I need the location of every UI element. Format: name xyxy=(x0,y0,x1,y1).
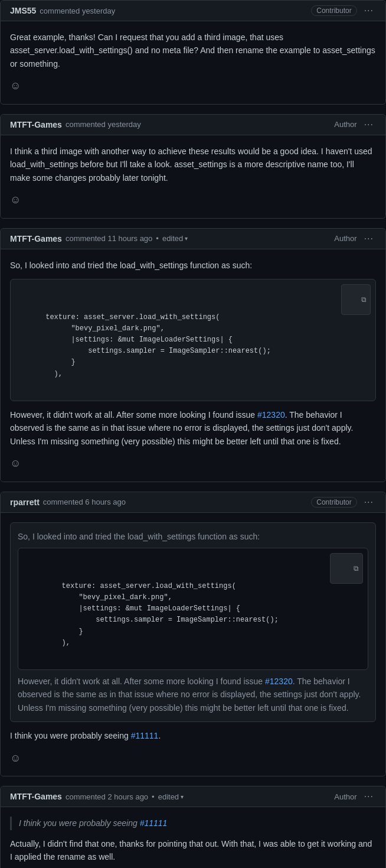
edited-dropdown-3[interactable]: edited ▾ xyxy=(162,234,188,243)
username-4[interactable]: rparrett xyxy=(10,498,40,507)
contributor-badge-1: Contributor xyxy=(311,5,356,16)
header-right-4: Contributor ··· xyxy=(311,497,376,508)
comment-meta-2: commented yesterday xyxy=(66,120,141,129)
header-right-2: Author ··· xyxy=(334,119,376,130)
comment-text-2: I think a third image with another way t… xyxy=(10,145,376,184)
chevron-icon-3: ▾ xyxy=(185,235,188,242)
code-text-quote-4: texture: asset_server.load_with_settings… xyxy=(28,582,279,647)
comment-text-3-after: However, it didn't work at all. After so… xyxy=(10,408,376,448)
dot-separator-5: • xyxy=(152,792,155,801)
emoji-button-1[interactable]: ☺ xyxy=(10,77,376,95)
author-badge-3: Author xyxy=(334,234,356,243)
quote-container-5: I think you were probably seeing #11111 xyxy=(10,817,376,830)
code-text-3: texture: asset_server.load_with_settings… xyxy=(20,313,271,378)
copy-icon-3: ⧉ xyxy=(361,295,367,304)
comment-body-2: I think a third image with another way t… xyxy=(1,135,385,218)
username-3[interactable]: MTFT-Games xyxy=(10,234,62,243)
header-left-4: rparrett commented 6 hours ago xyxy=(10,498,126,507)
comment-body-3: So, I looked into and tried the load_wit… xyxy=(1,249,385,482)
edited-label-5: edited xyxy=(158,792,179,801)
header-left-1: JMS55 commented yesterday xyxy=(10,6,115,15)
comment-header-1: JMS55 commented yesterday Contributor ··… xyxy=(1,1,385,21)
header-left-2: MTFT-Games commented yesterday xyxy=(10,120,141,129)
comment-meta-4: commented 6 hours ago xyxy=(43,498,126,506)
comment-jms55: JMS55 commented yesterday Contributor ··… xyxy=(0,0,386,105)
more-options-button-3[interactable]: ··· xyxy=(362,233,376,244)
dot-separator-3: • xyxy=(156,234,159,243)
main-issue-link-4[interactable]: #11111 xyxy=(131,731,159,740)
edited-dropdown-5[interactable]: edited ▾ xyxy=(158,792,184,801)
comment-meta-5: commented 2 hours ago xyxy=(66,792,148,801)
more-options-button-4[interactable]: ··· xyxy=(362,497,376,508)
comment-mtft-1: MTFT-Games commented yesterday Author ··… xyxy=(0,114,386,219)
comment-mtft-2: MTFT-Games commented 11 hours ago • edit… xyxy=(0,228,386,482)
comment-header-5: MTFT-Games commented 2 hours ago • edite… xyxy=(1,786,385,807)
emoji-icon-3: ☺ xyxy=(10,457,21,469)
comment-header-2: MTFT-Games commented yesterday Author ··… xyxy=(1,115,385,135)
edited-label-3: edited xyxy=(162,234,183,243)
username-1[interactable]: JMS55 xyxy=(10,6,36,15)
comment-rparrett: rparrett commented 6 hours ago Contribut… xyxy=(0,492,386,776)
contributor-badge-4: Contributor xyxy=(311,497,356,508)
emoji-button-4[interactable]: ☺ xyxy=(10,750,376,767)
code-block-3: ⧉ texture: asset_server.load_with_settin… xyxy=(10,279,376,401)
more-options-button-1[interactable]: ··· xyxy=(362,5,376,16)
chevron-icon-5: ▾ xyxy=(181,794,184,800)
emoji-icon-1: ☺ xyxy=(10,80,21,92)
comment-header-4: rparrett commented 6 hours ago Contribut… xyxy=(1,492,385,513)
comment-body-4: So, I looked into and tried the load_wit… xyxy=(1,513,385,776)
emoji-button-2[interactable]: ☺ xyxy=(10,191,376,209)
quote-issue-link-4[interactable]: #12320 xyxy=(265,677,293,686)
code-block-quote-4: ⧉ texture: asset_server.load_with_settin… xyxy=(18,548,368,670)
emoji-icon-2: ☺ xyxy=(10,194,21,206)
copy-button-quote-4[interactable]: ⧉ xyxy=(330,553,363,584)
quote-text-5: I think you were probably seeing #11111 xyxy=(19,817,376,830)
header-right-3: Author ··· xyxy=(334,233,376,244)
copy-button-3[interactable]: ⧉ xyxy=(341,284,371,315)
more-options-button-2[interactable]: ··· xyxy=(362,119,376,130)
header-right-5: Author ··· xyxy=(334,791,376,802)
quote-container-4: So, I looked into and tried the load_wit… xyxy=(10,522,376,722)
comment-meta-1: commented yesterday xyxy=(40,6,115,15)
more-options-button-5[interactable]: ··· xyxy=(362,791,376,802)
author-badge-5: Author xyxy=(334,792,356,801)
comment-mtft-3: MTFT-Games commented 2 hours ago • edite… xyxy=(0,786,386,868)
username-2[interactable]: MTFT-Games xyxy=(10,120,62,129)
header-left-5: MTFT-Games commented 2 hours ago • edite… xyxy=(10,792,184,801)
comment-text-3-before: So, I looked into and tried the load_wit… xyxy=(10,259,376,272)
quote-text-after-4: However, it didn't work at all. After so… xyxy=(18,675,368,714)
issue-link-3[interactable]: #12320 xyxy=(257,410,285,420)
header-left-3: MTFT-Games commented 11 hours ago • edit… xyxy=(10,234,188,243)
emoji-icon-4: ☺ xyxy=(10,752,21,764)
username-5[interactable]: MTFT-Games xyxy=(10,792,62,801)
copy-icon-quote-4: ⧉ xyxy=(354,564,359,573)
comment-text-4-main: I think you were probably seeing #11111. xyxy=(10,729,376,742)
quote-link-5[interactable]: #11111 xyxy=(140,818,168,828)
comment-text-5-main: Actually, I didn't find that one, thanks… xyxy=(10,837,376,864)
quote-text-before-4: So, I looked into and tried the load_wit… xyxy=(18,530,368,543)
comment-body-1: Great example, thanks! Can I request tha… xyxy=(1,21,385,104)
comment-body-5: I think you were probably seeing #11111 … xyxy=(1,807,385,868)
comment-text-1: Great example, thanks! Can I request tha… xyxy=(10,31,376,70)
header-right-1: Contributor ··· xyxy=(311,5,376,16)
comment-meta-3: commented 11 hours ago xyxy=(66,234,152,243)
comment-header-3: MTFT-Games commented 11 hours ago • edit… xyxy=(1,229,385,249)
author-badge-2: Author xyxy=(334,120,356,129)
emoji-button-3[interactable]: ☺ xyxy=(10,455,376,472)
